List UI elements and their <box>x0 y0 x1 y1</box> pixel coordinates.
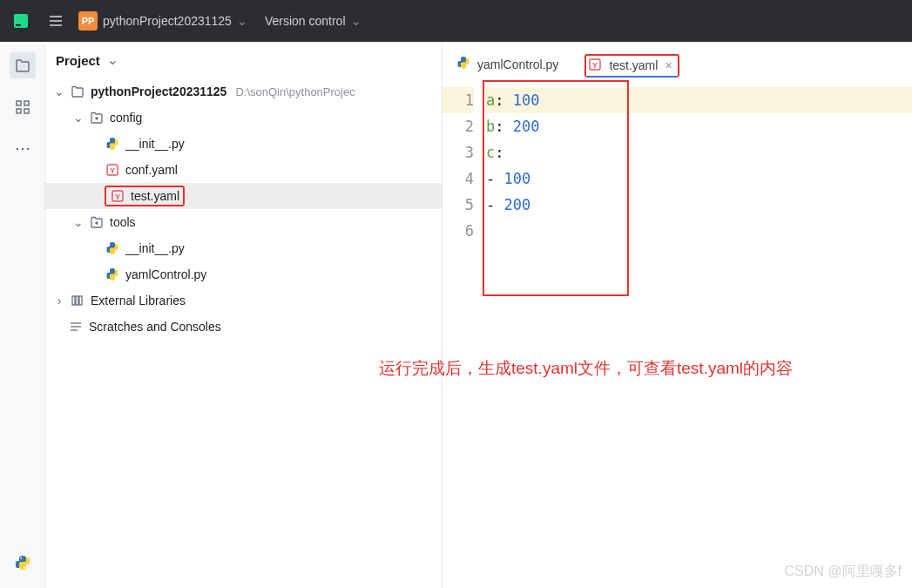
project-panel-header[interactable]: Project ⌄ <box>45 42 442 78</box>
project-tree: ⌄ pythonProject20231125 D:\sonQin\python… <box>45 78 442 588</box>
chevron-down-icon: ⌄ <box>107 52 118 68</box>
scratches-label: Scratches and Consoles <box>89 320 221 334</box>
svg-point-14 <box>96 118 98 119</box>
svg-point-10 <box>21 148 24 151</box>
tree-file-tools-init[interactable]: __init__.py <box>45 235 442 261</box>
file-label: conf.yaml <box>125 163 178 177</box>
svg-rect-1 <box>16 24 21 26</box>
project-panel-title: Project <box>56 53 100 68</box>
python-file-icon <box>105 267 120 282</box>
pycharm-logo-icon <box>9 9 33 33</box>
file-label: __init__.py <box>125 137 185 151</box>
tree-file-test-yaml[interactable]: Y test.yaml <box>45 183 442 209</box>
line-number: 2 <box>442 113 474 139</box>
watermark: CSDN @阿里嘎多f <box>785 563 902 581</box>
annotation-box <box>483 80 629 296</box>
chevron-right-icon: › <box>54 294 64 308</box>
svg-point-19 <box>96 222 98 224</box>
tab-label: yamlControl.py <box>477 57 558 71</box>
more-tool-icon[interactable] <box>10 136 36 162</box>
tab-label: test.yaml <box>609 58 658 72</box>
svg-rect-7 <box>17 109 21 113</box>
line-number: 4 <box>442 166 474 192</box>
line-number: 1 <box>442 87 474 113</box>
python-file-icon <box>456 56 470 72</box>
line-number: 6 <box>442 218 474 244</box>
svg-rect-0 <box>14 14 28 28</box>
main-menu-icon[interactable] <box>44 9 68 33</box>
folder-label: tools <box>110 215 136 229</box>
library-icon <box>70 293 85 308</box>
title-bar: PP pythonProject20231125 ⌄ Version contr… <box>0 0 912 42</box>
svg-rect-5 <box>17 101 21 105</box>
annotation-text: 运行完成后，生成test.yaml文件，可查看test.yaml的内容 <box>379 357 793 380</box>
svg-point-11 <box>26 148 29 151</box>
project-selector[interactable]: PP pythonProject20231125 ⌄ <box>78 11 247 30</box>
line-number: 3 <box>442 139 474 166</box>
yaml-file-icon: Y <box>110 188 125 204</box>
svg-rect-6 <box>24 101 29 105</box>
project-panel: Project ⌄ ⌄ pythonProject20231125 D:\son… <box>45 42 442 588</box>
scratches-icon <box>68 319 84 335</box>
folder-icon <box>89 110 105 125</box>
chevron-down-icon: ⌄ <box>73 215 84 229</box>
editor-tabs: yamlControl.py Y test.yaml × <box>442 42 912 82</box>
svg-rect-20 <box>72 296 75 305</box>
file-label: yamlControl.py <box>125 267 206 281</box>
folder-label: config <box>110 111 142 125</box>
folder-icon <box>70 84 85 99</box>
tree-file-init[interactable]: __init__.py <box>45 131 442 157</box>
file-label: test.yaml <box>131 189 179 203</box>
tree-folder-tools[interactable]: ⌄ tools <box>45 209 442 235</box>
folder-icon <box>89 214 105 230</box>
close-icon[interactable]: × <box>665 58 672 72</box>
project-tool-icon[interactable] <box>10 52 36 78</box>
project-name: pythonProject20231125 <box>103 14 232 28</box>
chevron-down-icon: ⌄ <box>54 84 64 98</box>
file-label: __init__.py <box>125 241 185 255</box>
structure-tool-icon[interactable] <box>10 94 36 120</box>
tree-root[interactable]: ⌄ pythonProject20231125 D:\sonQin\python… <box>45 78 442 105</box>
tool-window-bar <box>0 42 45 588</box>
project-badge: PP <box>78 11 98 30</box>
tree-file-yamlcontrol[interactable]: yamlControl.py <box>45 261 442 287</box>
yaml-file-icon: Y <box>588 57 602 74</box>
tab-test-yaml[interactable]: Y test.yaml × <box>584 54 679 78</box>
chevron-down-icon: ⌄ <box>73 111 84 125</box>
tree-scratches[interactable]: Scratches and Consoles <box>45 314 442 340</box>
svg-point-9 <box>16 148 18 151</box>
line-number: 5 <box>442 192 474 218</box>
svg-text:Y: Y <box>110 166 115 175</box>
tree-file-conf-yaml[interactable]: Y conf.yaml <box>45 157 442 183</box>
python-file-icon <box>105 136 120 152</box>
chevron-down-icon: ⌄ <box>237 14 247 28</box>
root-path: D:\sonQin\pythonProjec <box>235 85 355 98</box>
python-console-icon[interactable] <box>10 550 36 576</box>
svg-rect-8 <box>24 109 29 113</box>
tree-external-libraries[interactable]: › External Libraries <box>45 287 442 314</box>
root-name: pythonProject20231125 <box>91 84 226 98</box>
line-gutter: 1 2 3 4 5 6 <box>442 82 486 588</box>
tab-yamlcontrol[interactable]: yamlControl.py <box>451 49 564 82</box>
version-control-label: Version control <box>265 14 346 28</box>
yaml-file-icon: Y <box>105 162 120 178</box>
svg-text:Y: Y <box>592 61 598 70</box>
version-control-menu[interactable]: Version control ⌄ <box>265 14 361 28</box>
svg-point-13 <box>24 567 25 569</box>
python-file-icon <box>105 240 120 256</box>
chevron-down-icon: ⌄ <box>351 14 361 28</box>
svg-text:Y: Y <box>115 193 120 201</box>
ext-libs-label: External Libraries <box>91 294 186 308</box>
svg-rect-22 <box>79 296 82 305</box>
tree-folder-config[interactable]: ⌄ config <box>45 105 442 131</box>
svg-point-12 <box>20 558 22 559</box>
svg-rect-21 <box>76 296 78 305</box>
